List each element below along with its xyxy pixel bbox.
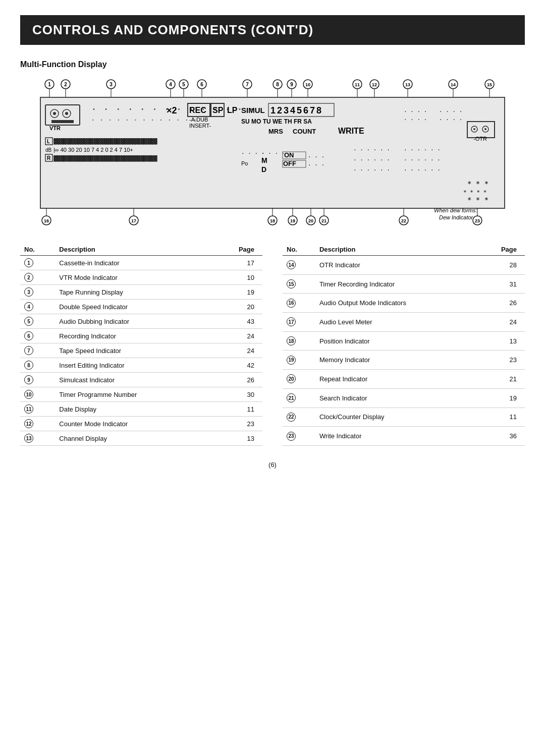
num-circle: 21: [287, 393, 296, 402]
row-num: 1: [20, 256, 55, 270]
num-circle: 13: [24, 434, 33, 443]
svg-text:VTR: VTR: [49, 125, 61, 131]
svg-text:* * *: * * *: [467, 196, 488, 204]
table-row: 14 OTR Indicator 28: [283, 256, 525, 275]
row-page: 11: [212, 402, 262, 417]
row-desc: Write Indicator: [315, 427, 477, 446]
svg-text:· · ·: · · ·: [308, 154, 324, 160]
svg-text:· · ·  · · ·: · · · · · ·: [353, 167, 390, 173]
row-page: 10: [212, 270, 262, 285]
left-col-page: Page: [212, 244, 262, 256]
svg-text:19: 19: [290, 218, 295, 223]
num-circle: 20: [287, 374, 296, 383]
svg-text:INSERT-: INSERT-: [189, 123, 211, 129]
svg-text:· ·  · ·: · · · ·: [439, 108, 462, 115]
row-page: 21: [477, 370, 525, 389]
svg-text:SU MO TU WE TH FR SA: SU MO TU WE TH FR SA: [241, 118, 312, 125]
row-num: 13: [20, 431, 55, 446]
table-row: 12 Counter Mode Indicator 23: [20, 417, 262, 431]
num-circle: 3: [24, 287, 33, 297]
row-desc: Clock/Counter Display: [315, 408, 477, 427]
table-row: 3 Tape Running Display 19: [20, 285, 262, 300]
left-col-desc: Description: [55, 244, 211, 256]
row-page: 24: [477, 313, 525, 332]
svg-text:9: 9: [290, 82, 293, 87]
svg-text:WRITE: WRITE: [338, 127, 364, 135]
page-container: CONTROLS AND COMPONENTS (CONT'D) Multi-F…: [0, 0, 545, 489]
svg-point-97: [473, 128, 475, 130]
table-row: 9 Simulcast Indicator 26: [20, 373, 262, 387]
table-row: 18 Position Indicator 13: [283, 331, 525, 351]
num-circle: 16: [287, 299, 296, 308]
svg-text:2: 2: [64, 82, 67, 87]
svg-text:3: 3: [110, 82, 113, 87]
row-page: 13: [212, 431, 262, 446]
table-row: 15 Timer Recording Indicator 31: [283, 274, 525, 294]
svg-text:L: L: [47, 139, 50, 144]
svg-text:SP: SP: [212, 106, 224, 114]
row-desc: Recording Indicator: [55, 329, 211, 343]
row-num: 14: [283, 256, 315, 275]
row-num: 21: [283, 388, 315, 408]
row-desc: Position Indicator: [315, 331, 477, 351]
row-desc: Date Display: [55, 402, 211, 417]
svg-text:▓▓▓▓▓▓▓▓▓▓▓▓▓▓▓▓▓▓▓▓▓▓▓▓▓▓▓▓▓▓: ▓▓▓▓▓▓▓▓▓▓▓▓▓▓▓▓▓▓▓▓▓▓▓▓▓▓▓▓▓▓▓: [53, 138, 157, 145]
row-page: 19: [477, 388, 525, 408]
table-row: 2 VTR Mode Indicator 10: [20, 270, 262, 285]
right-col-page: Page: [477, 244, 525, 256]
row-desc: Counter Mode Indicator: [55, 417, 211, 431]
num-circle: 4: [24, 302, 33, 311]
row-desc: Simulcast Indicator: [55, 373, 211, 387]
table-row: 22 Clock/Counter Display 11: [283, 408, 525, 427]
svg-text:· · ·  · · ·: · · · · · ·: [353, 157, 390, 163]
svg-text:×2: ×2: [167, 105, 177, 115]
num-circle: 15: [287, 279, 296, 288]
svg-text:16: 16: [44, 218, 49, 223]
row-num: 20: [283, 370, 315, 389]
svg-text:6: 6: [200, 82, 203, 87]
tables-section: No. Description Page 1 Cassette-in Indic…: [20, 244, 525, 446]
svg-text:14: 14: [451, 82, 456, 87]
table-row: 23 Write Indicator 36: [283, 427, 525, 446]
row-desc: Channel Display: [55, 431, 211, 446]
svg-text:* * * *: * * * *: [463, 189, 486, 196]
row-num: 15: [283, 274, 315, 294]
lcd-diagram-svg: 1 2 3 4 5 6 7 8 9 10: [35, 77, 510, 239]
table-row: 8 Insert Editing Indicator 42: [20, 358, 262, 373]
svg-text:· ·  · ·: · · · ·: [404, 108, 427, 115]
row-page: 13: [477, 331, 525, 351]
svg-text:|∞  40 30 20 10  7   4   2  0 : |∞ 40 30 20 10 7 4 2 0 2 4 7 10+: [53, 147, 133, 153]
row-page: 36: [477, 427, 525, 446]
row-desc: VTR Mode Indicator: [55, 270, 211, 285]
row-page: 26: [212, 373, 262, 387]
svg-text:· ·  · ·: · · · ·: [439, 117, 462, 123]
row-desc: Cassette-in Indicator: [55, 256, 211, 270]
svg-text:MRS: MRS: [268, 128, 283, 135]
left-indicator-table: No. Description Page 1 Cassette-in Indic…: [20, 244, 262, 446]
row-page: 19: [212, 285, 262, 300]
num-circle: 7: [24, 346, 33, 355]
svg-text:· · ·  · · ·: · · · · · ·: [404, 147, 441, 153]
row-page: 31: [477, 274, 525, 294]
svg-text:1: 1: [48, 82, 51, 87]
svg-point-48: [53, 112, 56, 115]
row-num: 16: [283, 294, 315, 313]
num-circle: 18: [287, 336, 296, 345]
svg-text:· · · · · · · · · · · · · ·: · · · · · · · · · · · · · ·: [91, 116, 206, 124]
svg-text:11: 11: [355, 82, 360, 87]
svg-text:12: 12: [372, 82, 377, 87]
row-desc: Insert Editing Indicator: [55, 358, 211, 373]
row-page: 17: [212, 256, 262, 270]
svg-text:· · ·: · · ·: [308, 162, 324, 168]
svg-text:12345678: 12345678: [270, 105, 323, 115]
row-num: 22: [283, 408, 315, 427]
svg-text:Dew Indicator: Dew Indicator: [439, 214, 474, 220]
svg-text:ON: ON: [284, 151, 294, 159]
row-desc: Tape Speed Indicator: [55, 343, 211, 358]
svg-text:REC: REC: [189, 106, 206, 114]
svg-text:· · ·  · · ·: · · · · · ·: [353, 147, 390, 153]
svg-text:▓▓▓▓▓▓▓▓▓▓▓▓▓▓▓▓▓▓▓▓▓▓▓▓▓▓▓▓▓▓: ▓▓▓▓▓▓▓▓▓▓▓▓▓▓▓▓▓▓▓▓▓▓▓▓▓▓▓▓▓▓▓: [53, 155, 157, 162]
row-num: 4: [20, 300, 55, 314]
row-num: 9: [20, 373, 55, 387]
row-page: 24: [212, 329, 262, 343]
